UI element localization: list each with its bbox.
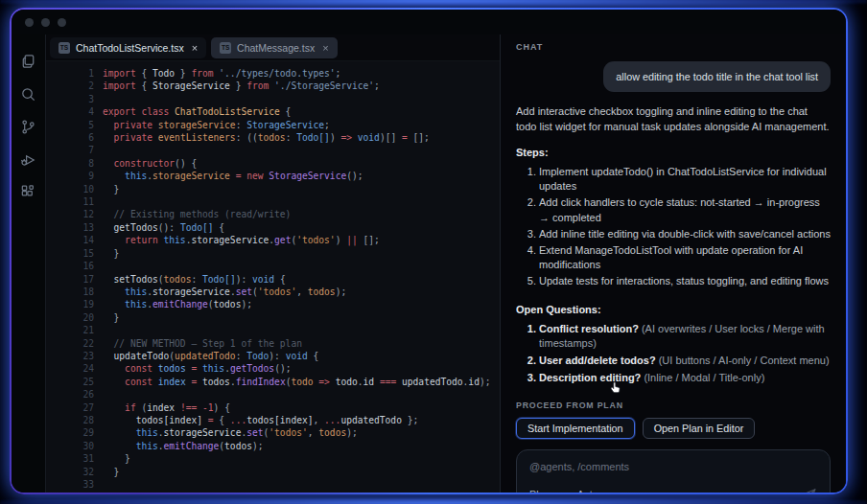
line-number: 9	[46, 170, 94, 182]
close-icon[interactable]: ×	[322, 42, 328, 54]
code-line: 23 updateTodo(updatedTodo: Todo): void {	[46, 350, 500, 362]
code-line: 30 this.emitChange(todos);	[46, 440, 500, 452]
chat-composer[interactable]: @agents, /comments Plan Auto	[516, 449, 831, 493]
run-debug-icon[interactable]	[19, 149, 38, 169]
mode-dropdown-plan[interactable]: Plan	[529, 489, 562, 493]
files-icon[interactable]	[19, 52, 38, 71]
code-text: private storageService: StorageService;	[94, 119, 330, 131]
code-line: 14 return this.storageService.get('todos…	[46, 234, 500, 246]
line-number: 7	[46, 144, 94, 156]
steps-title: Steps:	[516, 147, 831, 158]
code-line: 8 constructor() {	[46, 157, 500, 170]
line-number: 25	[46, 376, 94, 388]
chevron-down-icon	[554, 491, 562, 493]
window-control-dot[interactable]	[58, 18, 66, 27]
source-control-icon[interactable]	[19, 117, 38, 136]
model-dropdown-label: Auto	[577, 489, 598, 493]
typescript-file-icon: TS	[220, 42, 231, 54]
extensions-icon[interactable]	[19, 182, 38, 201]
chevron-down-icon	[602, 491, 610, 493]
code-text: setTodos(todos: Todo[]): void {	[94, 273, 286, 286]
code-text	[94, 324, 103, 336]
code-line: 25 const index = todos.findIndex(todo =>…	[46, 376, 500, 388]
tab-chattodolistservice-tsx[interactable]: TSChatTodoListService.tsx×	[50, 37, 206, 58]
line-number: 1	[46, 67, 94, 80]
code-line: 9 this.storageService = new StorageServi…	[46, 170, 500, 182]
code-text: this.storageService.set('todos', todos);	[94, 426, 358, 439]
line-number: 28	[46, 414, 94, 426]
code-text	[94, 195, 103, 208]
code-area[interactable]: 1import { Todo } from '../types/todo.typ…	[46, 61, 500, 493]
tab-chatmessage-tsx[interactable]: TSChatMessage.tsx×	[211, 37, 338, 58]
code-line: 17 setTodos(todos: Todo[]): void {	[46, 273, 500, 286]
line-number: 32	[46, 466, 94, 478]
chat-panel: CHAT allow editing the todo title in the…	[500, 34, 846, 493]
code-text: this.emitChange(todos);	[94, 298, 252, 310]
code-text: import { Todo } from '../types/todo.type…	[94, 67, 340, 80]
code-text: private eventListeners: ((todos: Todo[])…	[94, 131, 430, 144]
tab-label: ChatMessage.tsx	[237, 42, 315, 54]
code-text: // NEW METHOD — Step 1 of the plan	[94, 337, 302, 350]
line-number: 33	[46, 478, 94, 491]
tab-bar: TSChatTodoListService.tsx×TSChatMessage.…	[46, 34, 500, 61]
code-text: this.emitChange(todos);	[94, 440, 264, 452]
line-number: 18	[46, 286, 94, 298]
code-line: 21	[46, 324, 500, 336]
line-number: 19	[46, 298, 94, 310]
model-dropdown-auto[interactable]: Auto	[577, 489, 610, 493]
code-line: 3	[46, 93, 500, 105]
code-line: 24 const todos = this.getTodos();	[46, 362, 500, 375]
code-line: 27 if (index !== -1) {	[46, 401, 500, 414]
code-text: this.storageService.set('todos', todos);	[94, 286, 346, 298]
question-item: Conflict resolution? (AI overwrites / Us…	[539, 322, 831, 351]
code-text: }	[94, 452, 130, 465]
code-line: 31 }	[46, 452, 500, 465]
line-number: 31	[46, 452, 94, 465]
code-text: const todos = this.getTodos();	[94, 362, 291, 375]
line-number: 11	[46, 195, 94, 208]
chat-panel-title: CHAT	[516, 42, 831, 52]
line-number: 8	[46, 157, 94, 170]
code-line: 32 }	[46, 466, 500, 478]
search-icon[interactable]	[19, 84, 38, 103]
line-number: 26	[46, 388, 94, 401]
code-line: 18 this.storageService.set('todos', todo…	[46, 286, 500, 298]
line-number: 29	[46, 426, 94, 439]
line-number: 22	[46, 337, 94, 350]
code-text: this.storageService = new StorageService…	[94, 170, 363, 182]
step-item: Implement updateTodo() in ChatTodoListSe…	[539, 165, 831, 194]
activity-bar	[12, 34, 46, 493]
code-line: 16	[46, 260, 500, 272]
line-number: 20	[46, 311, 94, 324]
line-number: 16	[46, 260, 94, 272]
open-questions-list: Conflict resolution? (AI overwrites / Us…	[516, 322, 831, 389]
code-line: 15 }	[46, 247, 500, 260]
line-number: 17	[46, 273, 94, 286]
start-implementation-button[interactable]: Start Implementation	[516, 418, 635, 439]
composer-placeholder[interactable]: @agents, /comments	[529, 461, 817, 472]
code-line: 2import { StorageService } from './Stora…	[46, 80, 500, 92]
titlebar	[12, 10, 846, 34]
window-control-dot[interactable]	[41, 18, 50, 27]
user-message-bubble: allow editing the todo title in the chat…	[603, 61, 831, 92]
close-icon[interactable]: ×	[192, 42, 198, 54]
open-plan-in-editor-button[interactable]: Open Plan in Editor	[643, 418, 756, 439]
window-control-dot[interactable]	[25, 18, 34, 27]
code-text: }	[94, 247, 119, 260]
code-text	[94, 93, 103, 105]
question-item: User add/delete todos? (UI buttons / AI-…	[539, 354, 831, 368]
question-item: Description editing? (Inline / Modal / T…	[539, 371, 831, 385]
send-icon[interactable]	[802, 487, 817, 493]
code-text: }	[94, 466, 119, 478]
code-line: 33	[46, 478, 500, 491]
code-text	[94, 260, 103, 272]
code-line: 1import { Todo } from '../types/todo.typ…	[46, 67, 500, 80]
code-line: 5 private storageService: StorageService…	[46, 119, 500, 131]
code-text: import { StorageService } from './Storag…	[94, 80, 380, 92]
line-number: 3	[46, 93, 94, 105]
code-text: if (index !== -1) {	[94, 401, 230, 414]
tab-label: ChatTodoListService.tsx	[76, 42, 184, 54]
code-line: 26	[46, 388, 500, 401]
typescript-file-icon: TS	[59, 42, 70, 54]
code-text: const index = todos.findIndex(todo => to…	[94, 376, 490, 388]
